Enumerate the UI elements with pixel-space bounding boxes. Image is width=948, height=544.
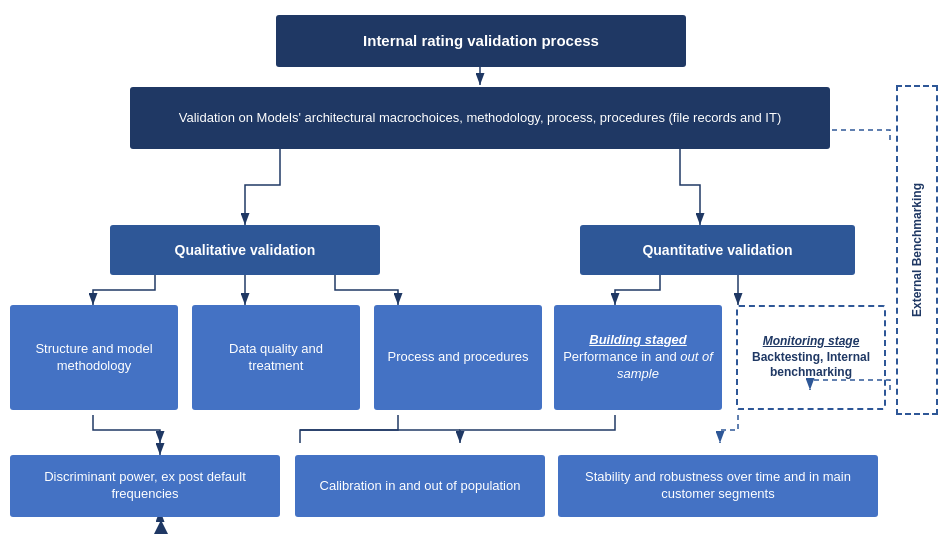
structure-box: Structure and model methodology [10,305,178,410]
monitoring-text: Monitoring stageBacktesting, Internal be… [746,334,876,381]
process-box: Process and procedures [374,305,542,410]
svg-marker-7 [154,520,168,534]
qualitative-text: Qualitative validation [175,241,316,259]
external-benchmarking-text: External Benchmarking [910,183,924,317]
discriminant-box: Discriminant power, ex post default freq… [10,455,280,517]
validation-box: Validation on Models' architectural macr… [130,87,830,149]
diagram: Internal rating validation process Valid… [0,0,948,544]
stability-text: Stability and robustness over time and i… [566,469,870,503]
monitoring-box: Monitoring stageBacktesting, Internal be… [736,305,886,410]
title-text: Internal rating validation process [363,31,599,51]
quantitative-text: Quantitative validation [642,241,792,259]
data-quality-box: Data quality and treatment [192,305,360,410]
validation-text: Validation on Models' architectural macr… [179,110,781,127]
bottom-up-arrow [154,520,168,534]
data-quality-text: Data quality and treatment [200,341,352,375]
calibration-text: Calibration in and out of population [320,478,521,495]
structure-text: Structure and model methodology [18,341,170,375]
qualitative-box: Qualitative validation [110,225,380,275]
process-text: Process and procedures [388,349,529,366]
quantitative-box: Quantitative validation [580,225,855,275]
calibration-box: Calibration in and out of population [295,455,545,517]
discriminant-text: Discriminant power, ex post default freq… [18,469,272,503]
title-box: Internal rating validation process [276,15,686,67]
stability-box: Stability and robustness over time and i… [558,455,878,517]
building-staged-box: Building stagedPerformance in and out of… [554,305,722,410]
external-benchmarking-box: External Benchmarking [896,85,938,415]
building-staged-text: Building stagedPerformance in and out of… [562,332,714,383]
